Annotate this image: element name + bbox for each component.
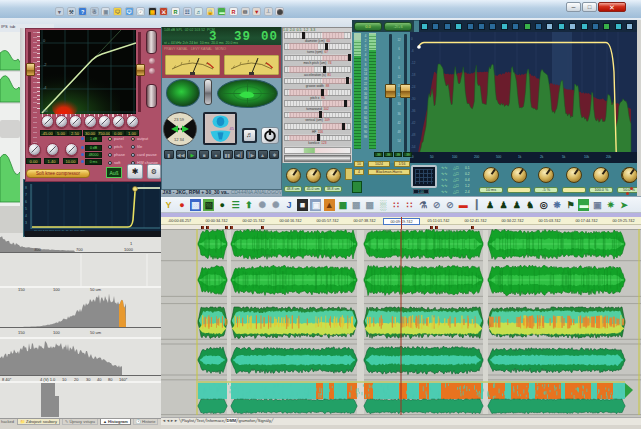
- svg-text:50 um: 50 um: [90, 287, 102, 292]
- svg-text:8: 8: [25, 186, 27, 190]
- svg-text:160*: 160*: [119, 377, 128, 382]
- svg-text:4: 4: [25, 214, 27, 218]
- svg-text:20: 20: [74, 377, 79, 382]
- svg-text:150: 150: [18, 287, 25, 292]
- svg-text:10: 10: [62, 377, 67, 382]
- svg-text:300: 300: [34, 247, 41, 252]
- svg-text:30: 30: [86, 377, 91, 382]
- svg-text:100: 100: [53, 330, 60, 335]
- svg-text:-42: -42: [411, 121, 416, 125]
- svg-text:-12: -12: [411, 61, 416, 65]
- svg-text:-30: -30: [411, 97, 416, 101]
- svg-text:40: 40: [97, 377, 102, 382]
- svg-text:-36: -36: [411, 109, 416, 113]
- svg-text:-54: -54: [411, 145, 416, 149]
- svg-text:12 34: 12 34: [174, 137, 185, 142]
- svg-text:3: 3: [25, 221, 27, 225]
- svg-text:-60: -60: [42, 108, 49, 113]
- svg-text:100: 100: [53, 287, 60, 292]
- svg-text:5: 5: [25, 207, 27, 211]
- svg-text:4 (V) 1.0: 4 (V) 1.0: [40, 377, 56, 382]
- svg-text:23 59: 23 59: [174, 117, 185, 122]
- svg-text:6: 6: [25, 200, 27, 204]
- svg-text:80: 80: [108, 377, 113, 382]
- svg-text:1000: 1000: [124, 247, 134, 252]
- svg-text:700: 700: [76, 247, 83, 252]
- svg-text:-6: -6: [411, 49, 414, 53]
- svg-text:150: 150: [18, 330, 25, 335]
- svg-text:-48: -48: [411, 133, 416, 137]
- svg-text:7: 7: [25, 193, 27, 197]
- svg-text:-18: -18: [411, 73, 416, 77]
- svg-text:8 40*: 8 40*: [2, 377, 12, 382]
- svg-text:45: 45: [229, 126, 234, 131]
- svg-text:-24: -24: [411, 85, 416, 89]
- svg-text:50 um: 50 um: [90, 330, 102, 335]
